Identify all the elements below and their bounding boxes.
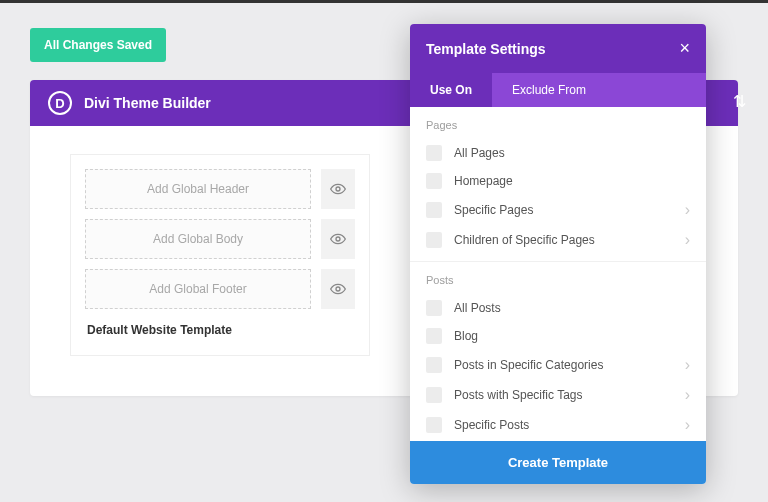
chevron-right-icon: › — [685, 386, 690, 404]
create-template-button[interactable]: Create Template — [410, 441, 706, 484]
default-template-card: Add Global Header Add Global Body Add Gl… — [70, 154, 370, 356]
add-global-footer-slot[interactable]: Add Global Footer — [85, 269, 311, 309]
eye-icon — [330, 281, 346, 297]
option-posts-categories[interactable]: Posts in Specific Categories › — [426, 350, 690, 380]
option-label: All Posts — [454, 301, 690, 315]
save-changes-button[interactable]: All Changes Saved — [30, 28, 166, 62]
svg-point-2 — [336, 287, 340, 291]
checkbox[interactable] — [426, 417, 442, 433]
option-all-pages[interactable]: All Pages — [426, 139, 690, 167]
checkbox[interactable] — [426, 173, 442, 189]
option-specific-pages[interactable]: Specific Pages › — [426, 195, 690, 225]
modal-title: Template Settings — [426, 41, 546, 57]
section-pages: Pages All Pages Homepage Specific Pages … — [410, 107, 706, 262]
theme-builder-title: Divi Theme Builder — [84, 95, 211, 111]
eye-icon — [330, 181, 346, 197]
visibility-toggle-footer[interactable] — [321, 269, 355, 309]
swap-icon[interactable]: ⇅ — [733, 92, 746, 111]
option-label: Specific Pages — [454, 203, 685, 217]
template-settings-modal: Template Settings × Use On Exclude From … — [410, 24, 706, 484]
option-posts-tags[interactable]: Posts with Specific Tags › — [426, 380, 690, 410]
option-label: Children of Specific Pages — [454, 233, 685, 247]
option-blog[interactable]: Blog — [426, 322, 690, 350]
svg-point-1 — [336, 237, 340, 241]
section-title-pages: Pages — [426, 119, 690, 131]
checkbox[interactable] — [426, 300, 442, 316]
app-topbar — [0, 0, 768, 3]
default-template-label: Default Website Template — [85, 319, 355, 341]
visibility-toggle-body[interactable] — [321, 219, 355, 259]
tab-use-on[interactable]: Use On — [410, 73, 492, 107]
add-global-body-slot[interactable]: Add Global Body — [85, 219, 311, 259]
option-specific-posts[interactable]: Specific Posts › — [426, 410, 690, 440]
option-label: Blog — [454, 329, 690, 343]
slot-row-body: Add Global Body — [85, 219, 355, 259]
option-homepage[interactable]: Homepage — [426, 167, 690, 195]
chevron-right-icon: › — [685, 416, 690, 434]
option-children-specific-pages[interactable]: Children of Specific Pages › — [426, 225, 690, 255]
add-global-header-slot[interactable]: Add Global Header — [85, 169, 311, 209]
chevron-right-icon: › — [685, 356, 690, 374]
chevron-right-icon: › — [685, 231, 690, 249]
eye-icon — [330, 231, 346, 247]
svg-point-0 — [336, 187, 340, 191]
modal-tabs: Use On Exclude From — [410, 73, 706, 107]
modal-body[interactable]: Pages All Pages Homepage Specific Pages … — [410, 107, 706, 441]
option-label: Homepage — [454, 174, 690, 188]
slot-row-header: Add Global Header — [85, 169, 355, 209]
option-label: All Pages — [454, 146, 690, 160]
section-posts: Posts All Posts Blog Posts in Specific C… — [410, 262, 706, 441]
visibility-toggle-header[interactable] — [321, 169, 355, 209]
option-all-posts[interactable]: All Posts — [426, 294, 690, 322]
tab-exclude-from[interactable]: Exclude From — [492, 73, 606, 107]
slot-row-footer: Add Global Footer — [85, 269, 355, 309]
checkbox[interactable] — [426, 328, 442, 344]
chevron-right-icon: › — [685, 201, 690, 219]
option-label: Posts with Specific Tags — [454, 388, 685, 402]
checkbox[interactable] — [426, 202, 442, 218]
checkbox[interactable] — [426, 145, 442, 161]
divi-logo-icon: D — [48, 91, 72, 115]
checkbox[interactable] — [426, 232, 442, 248]
modal-header: Template Settings × — [410, 24, 706, 73]
checkbox[interactable] — [426, 387, 442, 403]
option-label: Posts in Specific Categories — [454, 358, 685, 372]
close-icon[interactable]: × — [679, 38, 690, 59]
checkbox[interactable] — [426, 357, 442, 373]
option-label: Specific Posts — [454, 418, 685, 432]
section-title-posts: Posts — [426, 274, 690, 286]
